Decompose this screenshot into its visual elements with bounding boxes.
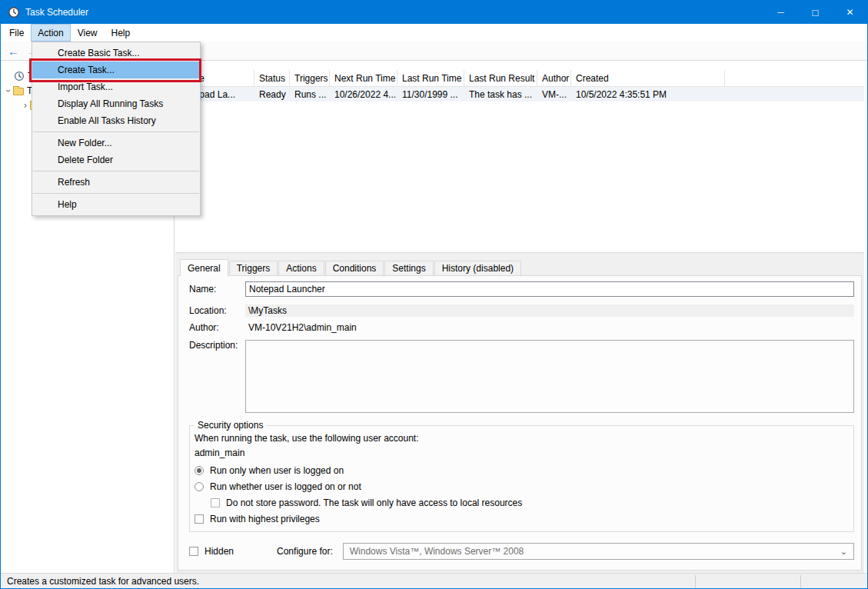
account-value: admin_main	[195, 448, 846, 458]
name-label: Name:	[189, 284, 245, 294]
description-row: Description:	[189, 340, 854, 413]
hidden-label: Hidden	[205, 546, 234, 557]
chevron-down-icon: ⌄	[840, 547, 847, 557]
configure-for-label: Configure for:	[277, 546, 333, 557]
checkbox-icon[interactable]	[211, 498, 220, 507]
column-header-author[interactable]: Author	[537, 70, 571, 86]
menu-file[interactable]: File	[2, 24, 31, 42]
menu-item-delete-folder[interactable]: Delete Folder	[32, 151, 200, 168]
radio-label: Run whether user is logged on or not	[210, 481, 361, 492]
column-header-last-run-result[interactable]: Last Run Result	[464, 70, 537, 86]
location-row: Location: \MyTasks	[189, 304, 854, 317]
statusbar: Creates a customized task for advanced u…	[1, 573, 867, 589]
checkbox-do-not-store-password[interactable]: Do not store password. The task will onl…	[211, 497, 846, 508]
cell-created: 10/5/2022 4:35:51 PM	[571, 89, 725, 100]
cell-next-run-time: 10/26/2022 4...	[330, 89, 397, 100]
general-tab-content: Name: Location: \MyTasks Author: VM-10V2…	[178, 275, 862, 571]
menu-separator	[33, 131, 199, 132]
location-value: \MyTasks	[245, 304, 854, 317]
statusbar-divider	[695, 575, 696, 587]
column-header-status[interactable]: Status	[254, 70, 290, 86]
author-label: Author:	[189, 322, 245, 333]
checkbox-run-highest-privileges[interactable]: Run with highest privileges	[195, 514, 846, 524]
details-pane: General Triggers Actions Conditions Sett…	[175, 257, 864, 573]
column-header-next-run-time[interactable]: Next Run Time	[330, 70, 397, 86]
description-textbox[interactable]	[245, 340, 854, 413]
action-menu-dropdown: Create Basic Task... Create Task... Impo…	[32, 42, 201, 216]
menu-help[interactable]: Help	[105, 24, 138, 42]
task-list-panel: Name Status Triggers Next Run Time Last …	[175, 61, 864, 253]
tab-history[interactable]: History (disabled)	[434, 261, 521, 275]
tab-triggers[interactable]: Triggers	[229, 261, 278, 275]
checkbox-icon[interactable]	[195, 514, 204, 524]
menu-separator	[33, 171, 199, 171]
radio-button-icon[interactable]	[195, 482, 204, 491]
column-header-created[interactable]: Created	[571, 70, 725, 86]
description-label: Description:	[189, 340, 245, 351]
close-button[interactable]: ✕	[833, 1, 867, 24]
radio-run-whether-logged-on[interactable]: Run whether user is logged on or not	[195, 481, 846, 492]
tab-general[interactable]: General	[180, 259, 228, 276]
task-scheduler-clock-icon	[8, 6, 20, 18]
titlebar: Task Scheduler ─ □ ✕	[1, 1, 867, 24]
menubar: File Action View Help	[1, 24, 867, 42]
folder-icon	[13, 88, 24, 95]
chevron-down-icon[interactable]: ›	[3, 86, 14, 95]
column-header-triggers[interactable]: Triggers	[290, 70, 330, 86]
radio-run-only-logged-on[interactable]: Run only when user is logged on	[195, 465, 846, 476]
task-list-header: Name Status Triggers Next Run Time Last …	[175, 70, 864, 87]
task-scheduler-window: Task Scheduler ─ □ ✕ File Action View He…	[0, 0, 868, 589]
cell-author: VM-...	[537, 89, 571, 100]
menu-action[interactable]: Action	[31, 24, 70, 42]
name-row: Name:	[189, 281, 854, 297]
checkbox-hidden[interactable]	[189, 547, 198, 556]
cell-status: Ready	[254, 89, 290, 100]
menu-item-import-task[interactable]: Import Task...	[32, 78, 200, 95]
menu-item-refresh[interactable]: Refresh	[32, 174, 200, 191]
radio-label: Run only when user is logged on	[210, 465, 344, 476]
account-instruction: When running the task, use the following…	[195, 433, 846, 444]
checkbox-label: Do not store password. The task will onl…	[226, 497, 522, 508]
window-controls: ─ □ ✕	[763, 1, 867, 24]
clock-icon	[14, 71, 25, 82]
radio-button-icon[interactable]	[195, 466, 204, 475]
tab-actions[interactable]: Actions	[278, 261, 324, 275]
details-tab-strip: General Triggers Actions Conditions Sett…	[178, 258, 862, 275]
menu-separator	[33, 193, 199, 194]
menu-view[interactable]: View	[71, 24, 105, 42]
task-row-notepad-launcher[interactable]: Notepad La... Ready Runs ... 10/26/2022 …	[175, 87, 864, 101]
minimize-button[interactable]: ─	[763, 1, 798, 24]
cell-triggers: Runs ...	[290, 89, 330, 100]
column-header-filler	[725, 70, 864, 86]
status-text: Creates a customized task for advanced u…	[1, 576, 199, 587]
cell-last-run-time: 11/30/1999 ...	[397, 89, 464, 100]
menu-item-display-all-running-tasks[interactable]: Display All Running Tasks	[32, 95, 200, 112]
author-value: VM-10V21H2\admin_main	[245, 322, 357, 333]
back-arrow-icon[interactable]: ←	[8, 45, 19, 57]
maximize-button[interactable]: □	[798, 1, 833, 24]
location-label: Location:	[189, 305, 245, 316]
window-title: Task Scheduler	[25, 7, 88, 18]
menu-item-create-basic-task[interactable]: Create Basic Task...	[32, 45, 200, 62]
security-options-legend: Security options	[195, 420, 266, 431]
menu-item-enable-all-tasks-history[interactable]: Enable All Tasks History	[32, 112, 200, 129]
tab-conditions[interactable]: Conditions	[325, 261, 384, 275]
menu-item-create-task[interactable]: Create Task...	[32, 62, 200, 78]
tab-settings[interactable]: Settings	[384, 261, 433, 275]
task-name-input[interactable]	[245, 281, 854, 297]
cell-last-run-result: The task has ...	[464, 89, 537, 100]
configure-for-select[interactable]: Windows Vista™, Windows Server™ 2008 ⌄	[343, 543, 854, 560]
menu-item-help[interactable]: Help	[32, 196, 200, 213]
statusbar-divider	[800, 575, 801, 587]
chevron-right-icon[interactable]: ›	[21, 100, 30, 111]
security-options-group: Security options When running the task, …	[189, 420, 854, 532]
hidden-configure-row: Hidden Configure for: Windows Vista™, Wi…	[189, 543, 854, 560]
menu-item-new-folder[interactable]: New Folder...	[32, 135, 200, 151]
checkbox-label: Run with highest privileges	[210, 514, 320, 524]
author-row: Author: VM-10V21H2\admin_main	[189, 322, 854, 333]
column-header-last-run-time[interactable]: Last Run Time	[397, 70, 464, 86]
configure-for-value: Windows Vista™, Windows Server™ 2008	[350, 546, 524, 557]
